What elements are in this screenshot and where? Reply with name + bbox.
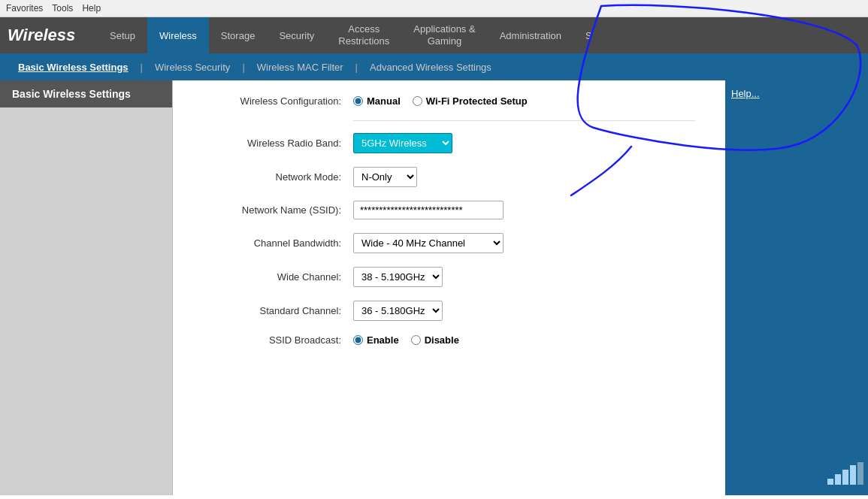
nav-storage[interactable]: Storage xyxy=(209,17,268,53)
page-wrapper: Favorites Tools Help Wireless Setup Wire… xyxy=(0,0,868,499)
wireless-config-label: Wireless Configuration: xyxy=(203,95,353,107)
subnav-basic-wireless[interactable]: Basic Wireless Settings xyxy=(8,53,139,80)
wifi-protected-radio-item[interactable]: Wi-Fi Protected Setup xyxy=(413,95,528,107)
sub-nav: Basic Wireless Settings | Wireless Secur… xyxy=(0,53,868,80)
nav-access-restrictions[interactable]: AccessRestrictions xyxy=(326,17,401,53)
disable-radio[interactable] xyxy=(411,335,421,345)
ssid-row: Network Name (SSID): xyxy=(203,201,695,219)
channel-bandwidth-label: Channel Bandwidth: xyxy=(203,237,353,249)
wide-channel-select[interactable]: 38 - 5.190GHz 40 - 5.200GHz 36 - 5.180GH… xyxy=(353,267,443,287)
sidebar-title: Basic Wireless Settings xyxy=(0,80,172,107)
signal-bar-5 xyxy=(857,462,863,485)
wide-channel-control: 38 - 5.190GHz 40 - 5.200GHz 36 - 5.180GH… xyxy=(353,267,443,287)
standard-channel-label: Standard Channel: xyxy=(203,305,353,316)
help-link[interactable]: Help... xyxy=(731,88,760,99)
ssid-broadcast-control: Enable Disable xyxy=(353,334,459,346)
standard-channel-control: 36 - 5.180GHz 38 - 5.190GHz 40 - 5.200GH… xyxy=(353,301,443,321)
subnav-wireless-mac-filter[interactable]: Wireless MAC Filter xyxy=(246,53,354,80)
divider-1 xyxy=(353,120,695,121)
manual-radio-item[interactable]: Manual xyxy=(353,95,401,107)
nav-security[interactable]: Security xyxy=(267,17,326,53)
wide-channel-row: Wide Channel: 38 - 5.190GHz 40 - 5.200GH… xyxy=(203,267,695,287)
enable-radio[interactable] xyxy=(353,335,363,345)
channel-bandwidth-control: Wide - 40 MHz Channel Standard - 20 MHz … xyxy=(353,233,504,253)
network-mode-label: Network Mode: xyxy=(203,171,353,183)
radio-band-select[interactable]: 5GHz Wireless 2.4GHz Wireless xyxy=(353,133,452,153)
wireless-config-row: Wireless Configuration: Manual Wi-Fi Pro… xyxy=(203,95,695,107)
enable-label: Enable xyxy=(367,334,399,346)
browser-bar: Favorites Tools Help xyxy=(0,0,868,17)
blue-right-panel xyxy=(808,80,868,495)
help-menu[interactable]: Help xyxy=(82,3,101,14)
network-mode-select[interactable]: N-Only Mixed Disabled xyxy=(353,167,417,187)
wireless-config-control: Manual Wi-Fi Protected Setup xyxy=(353,95,528,107)
tools-menu[interactable]: Tools xyxy=(52,3,73,14)
radio-band-control: 5GHz Wireless 2.4GHz Wireless xyxy=(353,133,452,153)
nav-applications-gaming[interactable]: Applications &Gaming xyxy=(401,17,487,53)
form-area: Wireless Configuration: Manual Wi-Fi Pro… xyxy=(173,80,725,495)
signal-bar-3 xyxy=(842,470,848,485)
subnav-wireless-security[interactable]: Wireless Security xyxy=(144,53,240,80)
ssid-input[interactable] xyxy=(353,201,504,219)
router-ui: Wireless Setup Wireless Storage Security… xyxy=(0,17,868,495)
main-content: Basic Wireless Settings Wireless Configu… xyxy=(0,80,868,495)
network-mode-row: Network Mode: N-Only Mixed Disabled xyxy=(203,167,695,187)
disable-radio-item[interactable]: Disable xyxy=(411,334,459,346)
signal-bars xyxy=(827,462,863,485)
wifi-protected-label: Wi-Fi Protected Setup xyxy=(426,95,528,107)
enable-radio-item[interactable]: Enable xyxy=(353,334,399,346)
brand-logo: Wireless xyxy=(8,26,83,45)
ssid-label: Network Name (SSID): xyxy=(203,204,353,216)
favorites-menu[interactable]: Favorites xyxy=(6,3,43,14)
manual-radio[interactable] xyxy=(353,96,363,106)
disable-label: Disable xyxy=(425,334,459,346)
nav-administration[interactable]: Administration xyxy=(488,17,573,53)
network-mode-control: N-Only Mixed Disabled xyxy=(353,167,417,187)
wide-channel-label: Wide Channel: xyxy=(203,271,353,283)
nav-setup[interactable]: Setup xyxy=(98,17,147,53)
help-panel: Help... xyxy=(725,80,808,495)
channel-bandwidth-select[interactable]: Wide - 40 MHz Channel Standard - 20 MHz … xyxy=(353,233,504,253)
signal-bar-2 xyxy=(835,474,841,485)
wifi-protected-radio[interactable] xyxy=(413,96,422,106)
radio-band-label: Wireless Radio Band: xyxy=(203,138,353,149)
sidebar: Basic Wireless Settings xyxy=(0,80,173,495)
nav-wireless[interactable]: Wireless xyxy=(147,17,209,53)
channel-bandwidth-row: Channel Bandwidth: Wide - 40 MHz Channel… xyxy=(203,233,695,253)
ssid-broadcast-row: SSID Broadcast: Enable Disable xyxy=(203,334,695,346)
top-nav: Wireless Setup Wireless Storage Security… xyxy=(0,17,868,53)
ssid-control xyxy=(353,201,504,219)
standard-channel-row: Standard Channel: 36 - 5.180GHz 38 - 5.1… xyxy=(203,301,695,321)
ssid-broadcast-label: SSID Broadcast: xyxy=(203,334,353,346)
signal-bar-4 xyxy=(850,465,856,485)
main-nav: Setup Wireless Storage Security AccessRe… xyxy=(98,17,860,53)
manual-label: Manual xyxy=(367,95,401,107)
radio-band-row: Wireless Radio Band: 5GHz Wireless 2.4GH… xyxy=(203,133,695,153)
nav-status[interactable]: S xyxy=(573,17,604,53)
standard-channel-select[interactable]: 36 - 5.180GHz 38 - 5.190GHz 40 - 5.200GH… xyxy=(353,301,443,321)
subnav-advanced-wireless[interactable]: Advanced Wireless Settings xyxy=(359,53,502,80)
signal-bar-1 xyxy=(827,479,833,485)
